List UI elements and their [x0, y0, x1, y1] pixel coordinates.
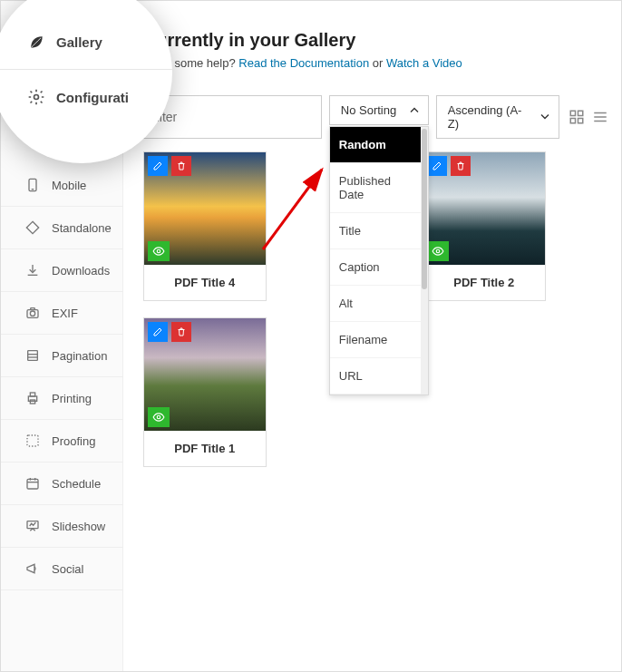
- caret-up-icon: [410, 103, 419, 117]
- megaphone-icon: [24, 560, 41, 577]
- diamond-icon: [24, 219, 41, 236]
- spotlight-item-gallery[interactable]: Gallery: [0, 15, 172, 70]
- printer-icon: [24, 390, 41, 406]
- calendar-icon: [24, 475, 41, 492]
- direction-select[interactable]: Ascending (A-Z): [436, 95, 559, 139]
- dropdown-scrollbar[interactable]: [421, 127, 428, 394]
- card-title: PDF Title 4: [144, 265, 266, 300]
- sidebar-item-label: Social: [52, 562, 83, 576]
- sidebar-item-standalone[interactable]: Standalone: [1, 207, 122, 249]
- sidebar-item-label: Printing: [52, 392, 92, 405]
- pages-icon: [24, 347, 41, 364]
- grid-view-button[interactable]: [567, 107, 587, 127]
- download-icon: [24, 262, 41, 278]
- sidebar-item-label: Schedule: [52, 477, 101, 491]
- caret-down-icon: [540, 111, 549, 124]
- thumbnail: [144, 318, 266, 431]
- list-view-button[interactable]: [590, 107, 610, 127]
- sort-option-title[interactable]: Title: [330, 213, 428, 249]
- controls-row: No Sorting Random Published Date Title C…: [143, 95, 610, 139]
- svg-rect-19: [578, 119, 582, 123]
- help-mid: or: [369, 56, 386, 70]
- sidebar-item-label: Proofing: [52, 434, 95, 448]
- svg-rect-16: [570, 111, 575, 115]
- delete-button[interactable]: [171, 156, 191, 176]
- svg-rect-17: [578, 111, 582, 115]
- sidebar-item-printing[interactable]: Printing: [1, 377, 122, 420]
- gallery-card[interactable]: PDF Title 4: [143, 151, 267, 301]
- sidebar-item-exif[interactable]: EXIF: [1, 292, 122, 335]
- gallery-card[interactable]: PDF Title 2: [423, 151, 546, 301]
- preview-button[interactable]: [148, 407, 170, 427]
- sidebar-item-slideshow[interactable]: Slideshow: [1, 505, 122, 548]
- sidebar-item-downloads[interactable]: Downloads: [1, 249, 122, 292]
- thumbnail: [144, 152, 266, 265]
- sort-option-filename[interactable]: Filename: [330, 322, 428, 358]
- delete-button[interactable]: [451, 156, 471, 176]
- svg-point-26: [34, 95, 39, 100]
- delete-button[interactable]: [171, 322, 191, 342]
- sidebar-item-proofing[interactable]: Proofing: [1, 420, 122, 463]
- direction-select-label: Ascending (A-Z): [448, 103, 530, 131]
- sidebar-item-schedule[interactable]: Schedule: [1, 463, 122, 505]
- filter-input[interactable]: [143, 95, 322, 139]
- sidebar-item-mobile[interactable]: Mobile: [1, 164, 122, 207]
- svg-point-23: [157, 249, 160, 253]
- sort-option-url[interactable]: URL: [330, 358, 428, 394]
- gallery-card[interactable]: PDF Title 1: [143, 317, 267, 467]
- sidebar-item-label: Pagination: [52, 349, 107, 363]
- main-panel: Currently in your Gallery Need some help…: [123, 1, 622, 671]
- sort-select-label: No Sorting: [341, 103, 396, 117]
- presentation-icon: [24, 518, 41, 534]
- svg-rect-18: [570, 119, 575, 123]
- svg-point-25: [157, 415, 160, 419]
- svg-rect-8: [30, 393, 34, 396]
- svg-point-24: [436, 249, 440, 253]
- gear-icon: [27, 88, 45, 106]
- spotlight-gallery-label: Gallery: [56, 34, 102, 50]
- edit-button[interactable]: [148, 156, 168, 176]
- spotlight-item-config[interactable]: Configurati: [0, 70, 172, 124]
- doc-link[interactable]: Read the Documentation: [238, 56, 369, 70]
- grid-dots-icon: [24, 433, 41, 449]
- card-title: PDF Title 2: [423, 265, 545, 300]
- preview-button[interactable]: [427, 241, 449, 261]
- svg-rect-10: [27, 435, 38, 446]
- sidebar-item-pagination[interactable]: Pagination: [1, 335, 122, 377]
- camera-icon: [24, 305, 41, 321]
- svg-rect-4: [28, 351, 38, 361]
- sidebar-item-social[interactable]: Social: [1, 548, 122, 590]
- leaf-icon: [27, 33, 45, 51]
- sort-option-random[interactable]: Random: [330, 127, 428, 163]
- sidebar-item-label: Mobile: [52, 179, 86, 192]
- svg-rect-11: [27, 479, 38, 489]
- sidebar-item-label: Slideshow: [52, 520, 105, 533]
- mobile-icon: [24, 177, 41, 193]
- thumbnail: [423, 152, 545, 265]
- spotlight-config-label: Configurati: [56, 90, 129, 105]
- help-line: Need some help? Read the Documentation o…: [143, 56, 610, 70]
- sidebar-item-label: EXIF: [52, 307, 78, 320]
- sort-option-alt[interactable]: Alt: [330, 286, 428, 322]
- sort-select[interactable]: No Sorting: [329, 95, 429, 125]
- edit-button[interactable]: [427, 156, 447, 176]
- sort-dropdown: Random Published Date Title Caption Alt …: [329, 126, 429, 395]
- card-title: PDF Title 1: [144, 431, 266, 466]
- sidebar-item-label: Standalone: [52, 221, 112, 235]
- preview-button[interactable]: [148, 241, 170, 261]
- page-title: Currently in your Gallery: [143, 30, 610, 51]
- sidebar-item-label: Downloads: [52, 264, 110, 278]
- sort-option-published[interactable]: Published Date: [330, 163, 428, 213]
- video-link[interactable]: Watch a Video: [386, 56, 462, 70]
- svg-point-3: [30, 311, 34, 316]
- edit-button[interactable]: [148, 322, 168, 342]
- sort-option-caption[interactable]: Caption: [330, 249, 428, 286]
